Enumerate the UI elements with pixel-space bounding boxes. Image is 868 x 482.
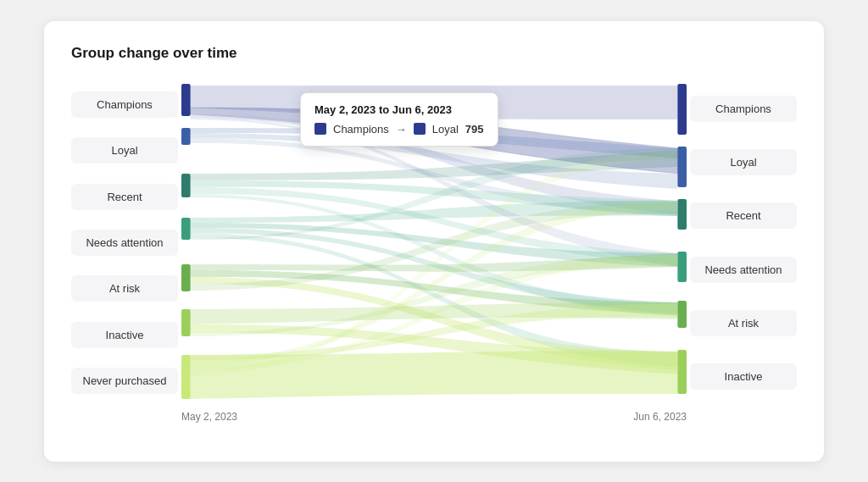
svg-rect-2 [181,174,191,197]
left-label-at-risk: At risk [71,275,178,302]
date-left: May 2, 2023 [181,411,237,423]
svg-rect-8 [677,147,687,187]
svg-rect-3 [181,218,191,240]
svg-rect-12 [677,350,687,394]
labels-right: Champions Loyal Recent Needs attention A… [687,82,797,404]
svg-rect-4 [181,264,191,291]
right-label-inactive: Inactive [690,363,797,390]
svg-rect-6 [181,355,191,399]
tooltip-value: 795 [465,123,484,136]
tooltip: May 2, 2023 to Jun 6, 2023 Champions → L… [300,92,498,147]
left-label-loyal: Loyal [71,137,178,163]
left-label-needs-attention: Needs attention [71,230,178,256]
right-label-loyal: Loyal [690,149,797,175]
sankey-chart: May 2, 2023 to Jun 6, 2023 Champions → L… [181,82,687,404]
dates-row: May 2, 2023 Jun 6, 2023 [71,411,797,423]
svg-rect-10 [677,252,687,282]
labels-left: Champions Loyal Recent Needs attention A… [71,82,181,404]
svg-rect-1 [181,128,191,145]
tooltip-to-label: Loyal [432,123,459,136]
left-label-recent: Recent [71,184,178,210]
card-title: Group change over time [71,45,797,62]
left-label-inactive: Inactive [71,322,178,348]
svg-rect-5 [181,309,191,336]
right-label-at-risk: At risk [690,310,797,336]
svg-rect-11 [677,301,687,328]
chart-card: Group change over time Champions Loyal R… [44,21,824,462]
chart-area: Champions Loyal Recent Needs attention A… [71,82,797,404]
left-label-champions: Champions [71,91,178,118]
tooltip-arrow-icon: → [396,123,407,136]
right-label-champions: Champions [690,96,797,122]
tooltip-title: May 2, 2023 to Jun 6, 2023 [314,103,484,116]
svg-rect-9 [677,199,687,230]
tooltip-from-swatch [314,123,326,135]
date-right: Jun 6, 2023 [633,411,687,423]
tooltip-row: Champions → Loyal 795 [314,123,484,136]
left-label-never-purchased: Never purchased [71,368,178,394]
tooltip-from-label: Champions [333,123,389,136]
svg-rect-7 [677,84,687,135]
right-label-recent: Recent [690,202,797,229]
tooltip-to-swatch [414,123,426,135]
svg-rect-0 [181,84,191,116]
right-label-needs-attention: Needs attention [690,257,797,283]
